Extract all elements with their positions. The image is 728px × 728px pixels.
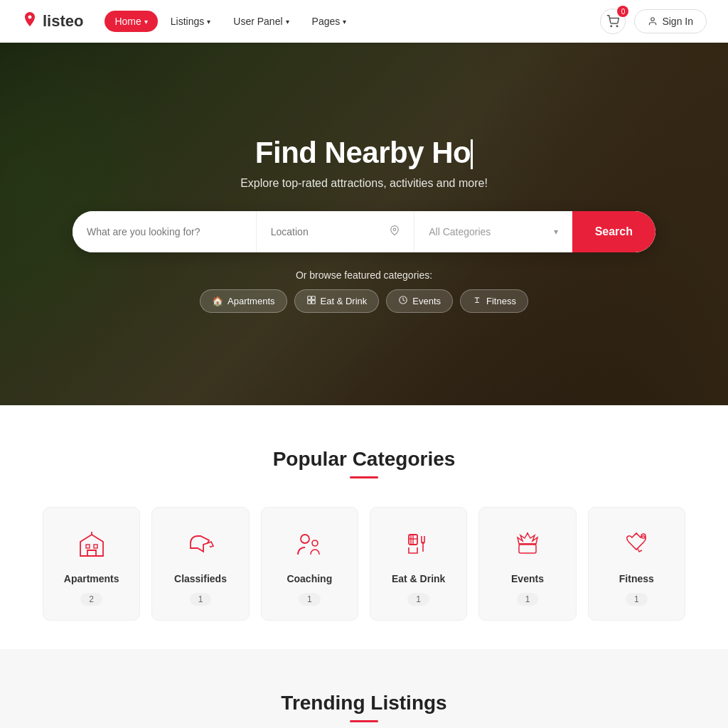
trending-section: Trending Listings A selection of listing…	[0, 649, 728, 728]
apartments-icon	[76, 529, 107, 564]
svg-point-11	[301, 535, 309, 543]
nav-actions: 0 Sign In	[600, 9, 707, 34]
pill-fitness[interactable]: Fitness	[460, 289, 528, 313]
popular-categories-section: Popular Categories Apartments 2	[0, 405, 728, 649]
pill-eat-drink[interactable]: Eat & Drink	[294, 289, 380, 313]
category-card-coaching[interactable]: Coaching 1	[261, 507, 358, 621]
svg-rect-19	[519, 545, 536, 553]
chevron-down-icon: ▾	[286, 18, 289, 26]
category-pills: 🏠 Apartments Eat & Drink	[0, 289, 728, 313]
svg-rect-9	[86, 545, 90, 548]
chevron-down-icon: ▾	[144, 18, 148, 26]
category-card-apartments[interactable]: Apartments 2	[43, 507, 140, 621]
brand-name: listeo	[43, 12, 83, 31]
title-divider	[350, 720, 378, 722]
svg-point-1	[617, 26, 619, 27]
svg-rect-10	[94, 545, 97, 548]
svg-point-2	[651, 18, 655, 21]
category-count: 1	[626, 593, 648, 606]
svg-rect-7	[311, 300, 315, 304]
svg-rect-5	[311, 296, 315, 299]
category-count: 1	[407, 593, 429, 606]
cart-button[interactable]: 0	[600, 9, 626, 34]
categories-grid: Apartments 2 Classifieds 1	[43, 507, 685, 621]
svg-point-12	[312, 540, 318, 546]
nav-listings[interactable]: Listings ▾	[161, 11, 220, 32]
category-card-classifieds[interactable]: Classifieds 1	[151, 507, 249, 621]
chevron-down-icon: ▾	[554, 227, 558, 237]
food-icon	[306, 295, 316, 307]
logo-icon	[21, 11, 38, 32]
pill-apartments[interactable]: 🏠 Apartments	[200, 289, 287, 313]
category-name: Eat & Drink	[392, 573, 445, 584]
search-bar: All Categories ▾ Search	[73, 211, 655, 252]
category-name: Fitness	[619, 573, 654, 584]
hero-section: Find Nearby Ho Explore top-rated attract…	[0, 43, 728, 405]
search-input[interactable]	[73, 211, 257, 252]
category-card-events[interactable]: Events 1	[478, 507, 576, 621]
logo[interactable]: listeo	[21, 11, 83, 32]
navbar: listeo Home ▾ Listings ▾ User Panel ▾ Pa…	[0, 0, 728, 43]
home-icon: 🏠	[212, 296, 223, 306]
svg-rect-6	[307, 300, 311, 304]
nav-home[interactable]: Home ▾	[105, 11, 157, 32]
nav-menu: Home ▾ Listings ▾ User Panel ▾ Pages ▾	[105, 11, 600, 32]
trending-title: Trending Listings	[43, 692, 685, 714]
category-card-fitness[interactable]: Fitness 1	[588, 507, 685, 621]
svg-point-0	[611, 26, 612, 27]
fitness-icon	[472, 295, 482, 307]
category-name: Events	[511, 573, 544, 584]
category-card-eat-drink[interactable]: Eat & Drink 1	[370, 507, 467, 621]
category-count: 1	[517, 593, 539, 606]
coaching-icon	[294, 529, 325, 564]
chevron-down-icon: ▾	[207, 18, 210, 26]
nav-pages[interactable]: Pages ▾	[302, 11, 357, 32]
category-name: Classifieds	[174, 573, 227, 584]
pill-events[interactable]: Events	[386, 289, 453, 313]
svg-point-3	[393, 228, 396, 231]
category-count: 1	[299, 593, 321, 606]
location-input[interactable]	[271, 226, 385, 237]
section-title-popular: Popular Categories	[43, 448, 685, 471]
chevron-down-icon: ▾	[343, 18, 346, 26]
location-field[interactable]	[257, 211, 414, 252]
category-name: Apartments	[64, 573, 119, 584]
category-name: Coaching	[287, 573, 332, 584]
events-icon	[512, 529, 543, 564]
cursor	[471, 139, 473, 169]
title-divider	[350, 476, 378, 478]
svg-rect-4	[307, 296, 311, 299]
search-button[interactable]: Search	[572, 211, 655, 252]
events-icon	[398, 295, 408, 307]
hero-content: Find Nearby Ho Explore top-rated attract…	[0, 136, 728, 313]
category-count: 2	[80, 593, 102, 606]
classifieds-icon	[185, 529, 216, 564]
location-icon	[390, 225, 400, 237]
nav-user-panel[interactable]: User Panel ▾	[223, 11, 299, 32]
hero-subtitle: Explore top-rated attractions, activitie…	[0, 177, 728, 190]
signin-button[interactable]: Sign In	[634, 9, 707, 33]
fitness-icon	[621, 529, 652, 564]
browse-categories: Or browse featured categories: 🏠 Apartme…	[0, 269, 728, 313]
eat-drink-icon	[403, 529, 434, 564]
hero-title: Find Nearby Ho	[0, 136, 728, 170]
category-dropdown[interactable]: All Categories ▾	[414, 211, 572, 252]
category-count: 1	[190, 593, 212, 606]
cart-badge: 0	[617, 6, 628, 17]
browse-label: Or browse featured categories:	[0, 269, 728, 281]
